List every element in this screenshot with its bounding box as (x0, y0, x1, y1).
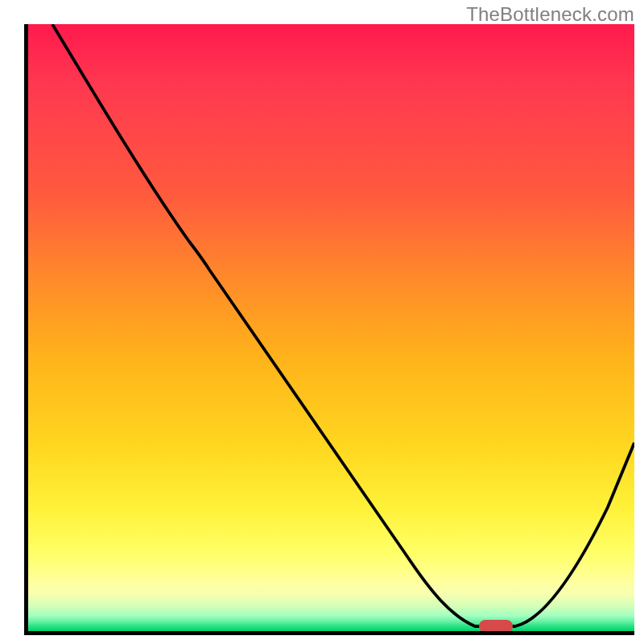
plot-area (24, 24, 634, 635)
optimum-marker (479, 620, 513, 631)
curve-path (52, 24, 634, 626)
bottleneck-curve (28, 24, 634, 631)
watermark-text: TheBottleneck.com (466, 3, 634, 26)
chart-container: TheBottleneck.com (0, 0, 644, 644)
